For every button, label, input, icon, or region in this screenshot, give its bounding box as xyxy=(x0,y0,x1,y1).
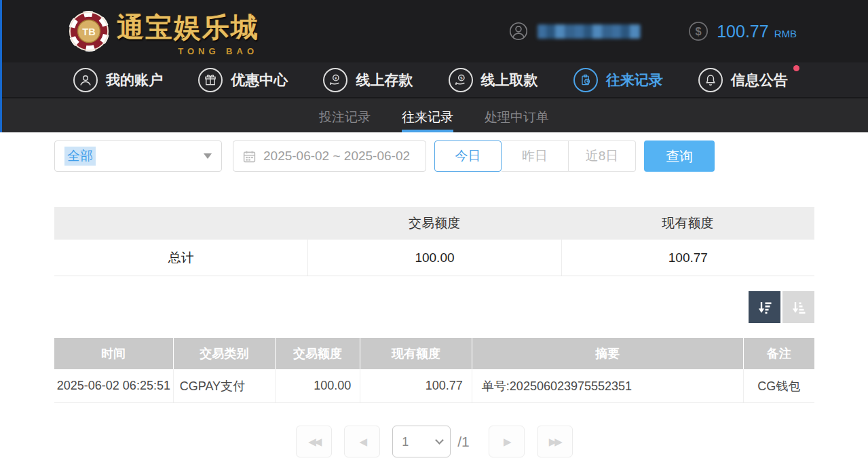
col-header-amount: 交易额度 xyxy=(275,338,360,369)
logo-text: 通宝娱乐城 TONG BAO xyxy=(117,9,259,54)
casino-chip-icon: TB xyxy=(68,10,110,52)
quick-date-buttons: 今日 昨日 近8日 xyxy=(434,140,636,172)
summary-total-amount: 100.00 xyxy=(307,240,561,276)
last-page-icon: ▶▶ xyxy=(549,436,561,448)
sub-nav: 投注记录 往来记录 处理中订单 xyxy=(0,97,868,132)
col-header-remark: 备注 xyxy=(743,338,814,369)
next-page-icon: ▶ xyxy=(504,436,510,448)
yesterday-button[interactable]: 昨日 xyxy=(502,140,569,172)
summary-header-row: 交易额度 现有额度 xyxy=(54,207,814,240)
bell-icon xyxy=(698,68,723,92)
site-logo[interactable]: TB 通宝娱乐城 TONG BAO xyxy=(68,9,259,54)
notification-dot xyxy=(793,65,799,71)
sort-controls xyxy=(54,291,814,323)
pagination: ◀◀ ◀ 1 /1 ▶ ▶▶ xyxy=(54,426,814,457)
cell-time: 2025-06-02 06:25:51 xyxy=(54,369,173,402)
prev-page-button[interactable]: ◀ xyxy=(344,426,380,457)
col-header-time: 时间 xyxy=(54,338,173,369)
nav-label: 信息公告 xyxy=(731,71,788,90)
prev-page-icon: ◀ xyxy=(359,436,365,448)
dollar-circle-icon: $ xyxy=(688,21,709,41)
withdraw-icon: $ xyxy=(449,68,473,92)
cell-amount: 100.00 xyxy=(275,369,360,402)
summary-total-balance: 100.77 xyxy=(561,240,814,276)
tab-transaction-records[interactable]: 往来记录 xyxy=(402,98,453,132)
nav-item-withdraw[interactable]: $ 线上取款 xyxy=(449,68,538,92)
search-button[interactable]: 查询 xyxy=(644,140,715,172)
cell-remark: CG钱包 xyxy=(743,369,814,402)
summary-total-row: 总计 100.00 100.77 xyxy=(54,240,814,276)
top-header: TB 通宝娱乐城 TONG BAO $ 100. xyxy=(0,0,868,62)
balance-amount: 100.77 xyxy=(717,22,768,41)
nav-item-deposit[interactable]: ¥ 线上存款 xyxy=(323,68,413,92)
sort-asc-button[interactable] xyxy=(782,291,814,323)
tab-pending-orders[interactable]: 处理中订单 xyxy=(485,98,549,132)
col-header-balance: 现有额度 xyxy=(360,338,472,369)
summary-header-empty xyxy=(54,207,307,240)
col-header-summary: 摘要 xyxy=(472,338,743,369)
deposit-icon: ¥ xyxy=(323,68,347,92)
page-select-wrap: 1 xyxy=(392,426,451,457)
next-page-button[interactable]: ▶ xyxy=(489,426,525,457)
date-range-value: 2025-06-02 ~ 2025-06-02 xyxy=(263,149,410,164)
cell-type: CGPAY支付 xyxy=(173,369,275,402)
date-range-input[interactable]: 2025-06-02 ~ 2025-06-02 xyxy=(233,140,426,172)
table-row: 2025-06-02 06:25:51 CGPAY支付 100.00 100.7… xyxy=(54,369,814,403)
first-page-button[interactable]: ◀◀ xyxy=(296,426,332,457)
cell-balance: 100.77 xyxy=(360,369,472,402)
svg-text:TB: TB xyxy=(82,26,95,37)
header-right: $ 100.77 RMB xyxy=(509,21,797,41)
today-button[interactable]: 今日 xyxy=(434,140,502,172)
summary-total-label: 总计 xyxy=(54,240,307,276)
cell-summary: 单号:202506023975552351 xyxy=(472,369,743,402)
sort-desc-icon xyxy=(757,299,773,316)
sort-desc-button[interactable] xyxy=(749,291,780,323)
balance-currency: RMB xyxy=(774,24,797,39)
last-page-button[interactable]: ▶▶ xyxy=(537,426,573,457)
records-table: 时间 交易类别 交易额度 现有额度 摘要 备注 2025-06-02 06:25… xyxy=(54,338,814,403)
content: 全部 2025-06-02 ~ 2025-06-02 今日 昨日 近8日 查询 … xyxy=(0,140,868,457)
nav-item-records[interactable]: 往来记录 xyxy=(573,68,663,92)
type-select-value: 全部 xyxy=(64,147,96,166)
left-edge-stripe xyxy=(0,0,2,132)
nav-label: 优惠中心 xyxy=(231,71,288,90)
nav-item-account[interactable]: 我的账户 xyxy=(73,68,163,92)
user-circle-icon xyxy=(509,22,528,41)
tab-bet-records[interactable]: 投注记录 xyxy=(319,98,371,132)
last-8-days-button[interactable]: 近8日 xyxy=(569,140,636,172)
filter-row: 全部 2025-06-02 ~ 2025-06-02 今日 昨日 近8日 查询 xyxy=(54,140,814,172)
records-icon xyxy=(573,68,598,92)
censored-username xyxy=(537,24,641,39)
summary-header-balance: 现有额度 xyxy=(561,207,814,240)
summary-table: 交易额度 现有额度 总计 100.00 100.77 xyxy=(54,207,814,276)
dark-header-zone: TB 通宝娱乐城 TONG BAO $ 100. xyxy=(0,0,868,132)
logo-title: 通宝娱乐城 xyxy=(117,9,259,46)
svg-text:¥: ¥ xyxy=(335,75,337,80)
page-select[interactable]: 1 xyxy=(392,426,451,457)
svg-text:$: $ xyxy=(460,75,463,80)
nav-label: 往来记录 xyxy=(606,71,663,90)
calendar-icon xyxy=(242,149,257,164)
nav-label: 线上取款 xyxy=(481,71,538,90)
account-icon xyxy=(73,68,98,92)
nav-item-announcements[interactable]: 信息公告 xyxy=(698,68,788,92)
type-select[interactable]: 全部 xyxy=(54,140,222,172)
nav-item-promotions[interactable]: 优惠中心 xyxy=(198,68,288,92)
dropdown-arrow-icon xyxy=(204,153,212,159)
svg-text:$: $ xyxy=(696,25,702,37)
gift-icon xyxy=(198,68,223,92)
summary-header-amount: 交易额度 xyxy=(307,207,561,240)
balance[interactable]: $ 100.77 RMB xyxy=(688,21,797,41)
nav-label: 线上存款 xyxy=(356,71,413,90)
col-header-type: 交易类别 xyxy=(173,338,275,369)
sort-asc-icon xyxy=(791,299,807,316)
records-header-row: 时间 交易类别 交易额度 现有额度 摘要 备注 xyxy=(54,338,814,369)
main-nav: 我的账户 优惠中心 ¥ 线上存款 $ 线上取款 往来记录 xyxy=(0,62,868,97)
user-info[interactable] xyxy=(509,22,641,41)
nav-label: 我的账户 xyxy=(106,71,163,90)
first-page-icon: ◀◀ xyxy=(308,436,320,448)
logo-subtitle: TONG BAO xyxy=(178,46,258,56)
page-total-label: /1 xyxy=(457,434,470,450)
